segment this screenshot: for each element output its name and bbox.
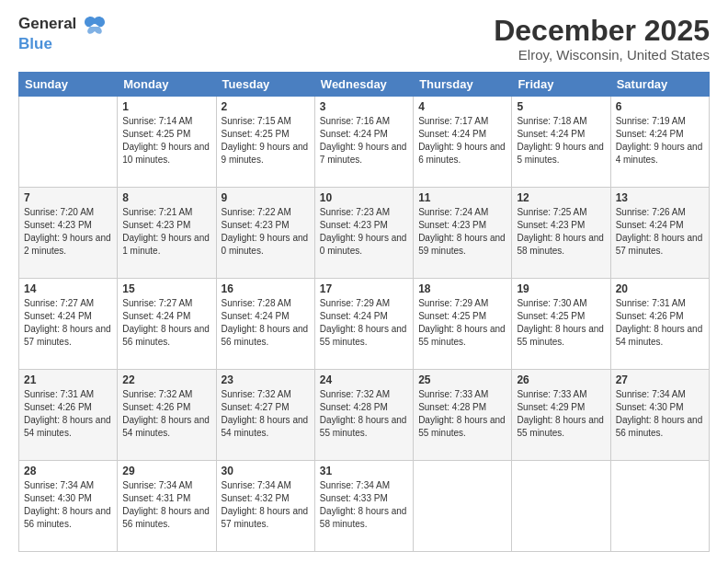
logo-line2: Blue	[18, 35, 107, 53]
day-info: Sunrise: 7:22 AMSunset: 4:23 PMDaylight:…	[222, 206, 310, 258]
day-number: 5	[517, 100, 605, 113]
day-number: 10	[320, 191, 408, 204]
day-info: Sunrise: 7:20 AMSunset: 4:23 PMDaylight:…	[24, 206, 112, 258]
calendar-cell	[512, 461, 610, 552]
day-number: 20	[616, 282, 704, 295]
calendar-cell: 15Sunrise: 7:27 AMSunset: 4:24 PMDayligh…	[118, 279, 216, 370]
day-info: Sunrise: 7:30 AMSunset: 4:25 PMDaylight:…	[517, 297, 605, 349]
day-info: Sunrise: 7:18 AMSunset: 4:24 PMDaylight:…	[517, 115, 605, 167]
calendar-cell: 28Sunrise: 7:34 AMSunset: 4:30 PMDayligh…	[19, 461, 118, 552]
day-info: Sunrise: 7:25 AMSunset: 4:23 PMDaylight:…	[517, 206, 605, 258]
calendar-cell: 2Sunrise: 7:15 AMSunset: 4:25 PMDaylight…	[216, 97, 314, 188]
calendar-cell: 12Sunrise: 7:25 AMSunset: 4:23 PMDayligh…	[512, 188, 610, 279]
day-info: Sunrise: 7:26 AMSunset: 4:24 PMDaylight:…	[616, 206, 704, 258]
week-row-3: 14Sunrise: 7:27 AMSunset: 4:24 PMDayligh…	[19, 279, 710, 370]
day-number: 21	[24, 373, 112, 386]
day-info: Sunrise: 7:17 AMSunset: 4:24 PMDaylight:…	[418, 115, 506, 167]
calendar-cell: 16Sunrise: 7:28 AMSunset: 4:24 PMDayligh…	[216, 279, 314, 370]
calendar-cell: 27Sunrise: 7:34 AMSunset: 4:30 PMDayligh…	[610, 370, 709, 461]
calendar-cell: 31Sunrise: 7:34 AMSunset: 4:33 PMDayligh…	[314, 461, 413, 552]
calendar-cell: 25Sunrise: 7:33 AMSunset: 4:28 PMDayligh…	[414, 370, 512, 461]
day-info: Sunrise: 7:15 AMSunset: 4:25 PMDaylight:…	[222, 115, 310, 167]
logo: General Blue	[18, 15, 107, 53]
day-number: 24	[320, 373, 408, 386]
day-number: 19	[517, 282, 605, 295]
calendar-cell: 3Sunrise: 7:16 AMSunset: 4:24 PMDaylight…	[314, 97, 413, 188]
calendar-cell: 29Sunrise: 7:34 AMSunset: 4:31 PMDayligh…	[118, 461, 216, 552]
weekday-header-monday: Monday	[118, 73, 216, 97]
day-info: Sunrise: 7:31 AMSunset: 4:26 PMDaylight:…	[24, 388, 112, 440]
day-info: Sunrise: 7:32 AMSunset: 4:26 PMDaylight:…	[122, 388, 210, 440]
day-info: Sunrise: 7:16 AMSunset: 4:24 PMDaylight:…	[320, 115, 408, 167]
calendar-cell: 1Sunrise: 7:14 AMSunset: 4:25 PMDaylight…	[118, 97, 216, 188]
day-info: Sunrise: 7:19 AMSunset: 4:24 PMDaylight:…	[616, 115, 704, 167]
day-number: 31	[320, 465, 408, 477]
day-number: 17	[320, 282, 408, 295]
calendar-cell: 9Sunrise: 7:22 AMSunset: 4:23 PMDaylight…	[216, 188, 314, 279]
main-title: December 2025	[494, 15, 710, 47]
calendar-cell: 18Sunrise: 7:29 AMSunset: 4:25 PMDayligh…	[414, 279, 512, 370]
weekday-header-sunday: Sunday	[19, 73, 118, 97]
day-number: 13	[616, 191, 704, 204]
day-info: Sunrise: 7:34 AMSunset: 4:30 PMDaylight:…	[24, 479, 112, 531]
day-number: 6	[616, 100, 704, 113]
day-info: Sunrise: 7:33 AMSunset: 4:28 PMDaylight:…	[418, 388, 506, 440]
day-number: 1	[122, 100, 210, 113]
calendar-cell: 23Sunrise: 7:32 AMSunset: 4:27 PMDayligh…	[216, 370, 314, 461]
day-number: 3	[320, 100, 408, 113]
day-number: 11	[418, 191, 506, 204]
calendar-table: SundayMondayTuesdayWednesdayThursdayFrid…	[18, 72, 710, 552]
day-info: Sunrise: 7:24 AMSunset: 4:23 PMDaylight:…	[418, 206, 506, 258]
day-number: 16	[222, 282, 310, 295]
day-number: 29	[122, 465, 210, 477]
calendar-cell: 13Sunrise: 7:26 AMSunset: 4:24 PMDayligh…	[610, 188, 709, 279]
day-info: Sunrise: 7:33 AMSunset: 4:29 PMDaylight:…	[517, 388, 605, 440]
calendar-cell: 8Sunrise: 7:21 AMSunset: 4:23 PMDaylight…	[118, 188, 216, 279]
calendar-cell: 22Sunrise: 7:32 AMSunset: 4:26 PMDayligh…	[118, 370, 216, 461]
day-number: 12	[517, 191, 605, 204]
calendar-cell	[414, 461, 512, 552]
calendar-cell: 20Sunrise: 7:31 AMSunset: 4:26 PMDayligh…	[610, 279, 709, 370]
calendar-cell: 24Sunrise: 7:32 AMSunset: 4:28 PMDayligh…	[314, 370, 413, 461]
title-block: December 2025 Elroy, Wisconsin, United S…	[494, 15, 710, 63]
calendar-cell: 17Sunrise: 7:29 AMSunset: 4:24 PMDayligh…	[314, 279, 413, 370]
weekday-header-row: SundayMondayTuesdayWednesdayThursdayFrid…	[19, 73, 710, 97]
calendar-cell: 26Sunrise: 7:33 AMSunset: 4:29 PMDayligh…	[512, 370, 610, 461]
day-info: Sunrise: 7:21 AMSunset: 4:23 PMDaylight:…	[122, 206, 210, 258]
weekday-header-wednesday: Wednesday	[314, 73, 413, 97]
day-number: 18	[418, 282, 506, 295]
day-info: Sunrise: 7:34 AMSunset: 4:33 PMDaylight:…	[320, 479, 408, 531]
day-info: Sunrise: 7:23 AMSunset: 4:23 PMDaylight:…	[320, 206, 408, 258]
subtitle: Elroy, Wisconsin, United States	[494, 47, 710, 63]
calendar-cell: 21Sunrise: 7:31 AMSunset: 4:26 PMDayligh…	[19, 370, 118, 461]
calendar-cell	[610, 461, 709, 552]
day-number: 30	[222, 465, 310, 477]
day-info: Sunrise: 7:27 AMSunset: 4:24 PMDaylight:…	[24, 297, 112, 349]
day-info: Sunrise: 7:34 AMSunset: 4:32 PMDaylight:…	[222, 479, 310, 531]
day-number: 14	[24, 282, 112, 295]
day-number: 22	[122, 373, 210, 386]
day-info: Sunrise: 7:32 AMSunset: 4:27 PMDaylight:…	[222, 388, 310, 440]
logo-line1: General	[18, 15, 107, 35]
day-number: 15	[122, 282, 210, 295]
calendar-cell: 10Sunrise: 7:23 AMSunset: 4:23 PMDayligh…	[314, 188, 413, 279]
calendar-cell: 11Sunrise: 7:24 AMSunset: 4:23 PMDayligh…	[414, 188, 512, 279]
day-number: 4	[418, 100, 506, 113]
calendar-cell: 14Sunrise: 7:27 AMSunset: 4:24 PMDayligh…	[19, 279, 118, 370]
calendar-cell: 5Sunrise: 7:18 AMSunset: 4:24 PMDaylight…	[512, 97, 610, 188]
day-info: Sunrise: 7:28 AMSunset: 4:24 PMDaylight:…	[222, 297, 310, 349]
calendar-cell: 30Sunrise: 7:34 AMSunset: 4:32 PMDayligh…	[216, 461, 314, 552]
day-info: Sunrise: 7:29 AMSunset: 4:25 PMDaylight:…	[418, 297, 506, 349]
day-info: Sunrise: 7:14 AMSunset: 4:25 PMDaylight:…	[122, 115, 210, 167]
day-info: Sunrise: 7:34 AMSunset: 4:31 PMDaylight:…	[122, 479, 210, 531]
day-number: 26	[517, 373, 605, 386]
week-row-4: 21Sunrise: 7:31 AMSunset: 4:26 PMDayligh…	[19, 370, 710, 461]
day-number: 7	[24, 191, 112, 204]
calendar-cell: 4Sunrise: 7:17 AMSunset: 4:24 PMDaylight…	[414, 97, 512, 188]
day-number: 9	[222, 191, 310, 204]
weekday-header-saturday: Saturday	[610, 73, 709, 97]
weekday-header-thursday: Thursday	[414, 73, 512, 97]
calendar-cell: 7Sunrise: 7:20 AMSunset: 4:23 PMDaylight…	[19, 188, 118, 279]
day-number: 8	[122, 191, 210, 204]
header: General Blue December 2025 Elroy, Wiscon…	[18, 15, 710, 63]
